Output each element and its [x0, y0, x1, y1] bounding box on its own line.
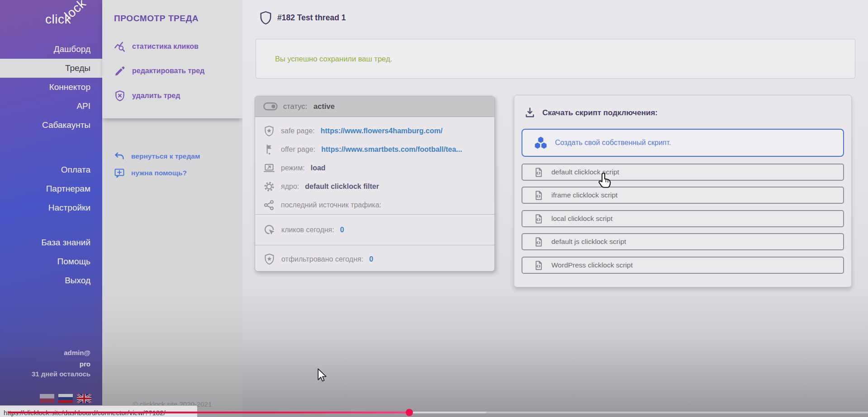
row-label: offer page:: [281, 145, 315, 154]
clicklock-logo[interactable]: click lock: [0, 0, 102, 41]
link-label: нужна помощь?: [131, 169, 187, 177]
script-button-label: local clicklock script: [551, 215, 612, 223]
code-file-icon: [533, 190, 544, 201]
user-email: admin@: [0, 349, 102, 356]
stat-label: отфильтровано сегодня:: [281, 255, 363, 263]
uk-flag-icon[interactable]: [77, 394, 91, 403]
create-custom-script-label: Создать свой собственный скрипт.: [555, 139, 671, 147]
sidebar-item-label: API: [76, 101, 90, 111]
video-progress-bar[interactable]: [0, 412, 868, 413]
code-file-icon: [533, 214, 544, 224]
user-days-left: 31 дней осталось: [0, 370, 102, 378]
chart-search-icon: [114, 41, 126, 52]
code-file-icon: [533, 167, 544, 178]
sidebar-item-help[interactable]: Помощь: [0, 252, 102, 271]
sidebar-item-logout[interactable]: Выход: [0, 271, 102, 290]
status-rows: safe page: https://www.flowers4hamburg.c…: [255, 117, 494, 214]
pencil-icon: [114, 65, 126, 77]
row-label: safe page:: [281, 127, 315, 135]
thread-header: #182 Test thread 1: [260, 11, 346, 25]
offer-page-link[interactable]: https://www.smartbets.com/football/tea..…: [321, 145, 462, 154]
sidebar-item-knowledge-base[interactable]: База знаний: [0, 233, 102, 252]
progress-buffered: [413, 412, 486, 413]
sidebar-item-threads[interactable]: Треды: [0, 59, 102, 78]
shield-icon: [260, 11, 272, 25]
scripts-card-header: Скачать скрипт подключения:: [524, 107, 658, 118]
action-label: редактировать тред: [132, 67, 204, 75]
page-title: #182 Test thread 1: [277, 13, 346, 23]
stat-label: кликов сегодня:: [281, 226, 334, 234]
sidebar-item-partners[interactable]: Партнерам: [0, 179, 102, 198]
main-content: #182 Test thread 1 Вы успешно сохранили …: [242, 0, 868, 417]
sidebar-item-label: Настройки: [48, 203, 90, 213]
clicks-today-value: 0: [340, 226, 344, 234]
download-wordpress-script-button[interactable]: WordPress clicklock script: [522, 257, 844, 274]
core-value: default clicklock filter: [305, 183, 379, 191]
row-label: ядро:: [281, 183, 299, 191]
shield-star-icon: [263, 253, 275, 265]
sidebar-item-label: Помощь: [57, 257, 90, 267]
language-switcher: [40, 394, 91, 403]
create-custom-script-button[interactable]: Создать свой собственный скрипт.: [522, 129, 844, 157]
script-button-label: iframe clicklock script: [551, 191, 617, 199]
script-button-label: default js clicklock script: [551, 238, 626, 246]
cubes-icon: [533, 136, 548, 150]
safe-page-link[interactable]: https://www.flowers4hamburg.com/: [321, 127, 443, 135]
download-default-js-script-button[interactable]: default js clicklock script: [522, 233, 844, 250]
submenu-title: ПРОСМОТР ТРЕДА: [114, 14, 199, 23]
thread-submenu: ПРОСМОТР ТРЕДА статистика кликов редакти…: [102, 0, 242, 417]
download-scripts-card: Скачать скрипт подключения: Создать свой…: [514, 95, 852, 287]
script-button-label: default clicklock script: [551, 168, 619, 176]
progress-scrubber[interactable]: [406, 409, 413, 416]
status-card-header: статус: active: [255, 96, 494, 117]
russia-flag-icon[interactable]: [58, 394, 73, 403]
status-label: статус:: [283, 102, 307, 111]
sidebar-item-label: Дашборд: [54, 44, 90, 54]
row-safe-page: safe page: https://www.flowers4hamburg.c…: [255, 122, 494, 140]
link-back-to-threads[interactable]: вернуться к тредам: [114, 149, 200, 164]
share-icon: [263, 199, 275, 211]
thread-status-card: статус: active safe page: https://www.fl…: [255, 96, 495, 272]
sidebar-item-label: Выход: [65, 276, 90, 286]
action-edit-thread[interactable]: редактировать тред: [114, 64, 204, 78]
sidebar-item-label: Коннектор: [49, 82, 90, 92]
sidebar-item-label: База знаний: [41, 238, 90, 248]
row-mode: режим: load: [255, 159, 494, 177]
sidebar-item-subaccounts[interactable]: Сабакаунты: [0, 116, 102, 135]
link-need-help[interactable]: нужна помощь?: [114, 166, 187, 180]
sidebar-item-dashboard[interactable]: Дашборд: [0, 40, 102, 59]
link-label: вернуться к тредам: [131, 152, 200, 160]
row-filtered-today: отфильтровано сегодня: 0: [255, 245, 494, 272]
sidebar-item-api[interactable]: API: [0, 97, 102, 116]
sidebar: click lock Дашборд Треды Коннектор API С…: [0, 0, 102, 417]
progress-played: [8, 412, 406, 413]
gear-icon: [263, 181, 275, 192]
sidebar-item-label: Оплата: [61, 165, 90, 175]
poland-flag-icon[interactable]: [40, 394, 54, 403]
sidebar-item-settings[interactable]: Настройки: [0, 198, 102, 217]
action-label: удалить тред: [132, 92, 180, 100]
download-default-script-button[interactable]: default clicklock script: [522, 164, 844, 181]
action-click-statistics[interactable]: статистика кликов: [114, 39, 199, 54]
mode-value: load: [311, 164, 326, 172]
laptop-arrow-icon: [263, 162, 275, 174]
click-cursor-icon: [263, 224, 275, 236]
sidebar-item-label: Треды: [65, 63, 90, 73]
sidebar-item-label: Сабакаунты: [42, 120, 90, 130]
row-label: режим:: [281, 164, 305, 172]
sidebar-item-connector[interactable]: Коннектор: [0, 78, 102, 97]
script-button-label: WordPress clicklock script: [551, 261, 633, 269]
shield-x-icon: [114, 90, 126, 102]
success-alert: Вы успешно сохранили ваш тред.: [256, 39, 855, 79]
status-value: active: [313, 102, 335, 111]
progress-remaining: [486, 412, 868, 413]
action-delete-thread[interactable]: удалить тред: [114, 89, 180, 103]
download-local-script-button[interactable]: local clicklock script: [522, 210, 844, 227]
code-file-icon: [533, 237, 544, 247]
sidebar-item-payment[interactable]: Оплата: [0, 160, 102, 179]
scripts-card-title: Скачать скрипт подключения:: [542, 108, 658, 117]
success-alert-text: Вы успешно сохранили ваш тред.: [275, 55, 392, 63]
user-plan-badge: pro: [0, 360, 102, 368]
download-iframe-script-button[interactable]: iframe clicklock script: [522, 187, 844, 204]
action-label: статистика кликов: [132, 42, 199, 51]
